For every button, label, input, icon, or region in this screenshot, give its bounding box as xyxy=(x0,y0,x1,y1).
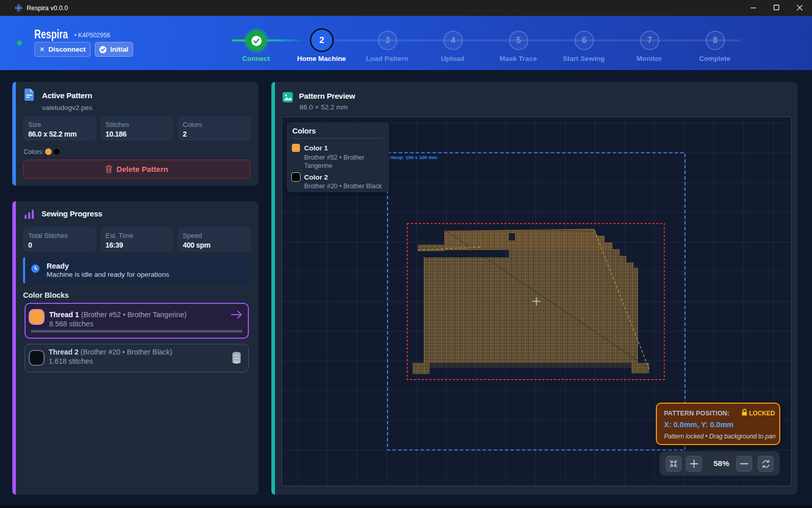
svg-text:Hoop: 100 x 100 mm: Hoop: 100 x 100 mm xyxy=(390,154,437,160)
